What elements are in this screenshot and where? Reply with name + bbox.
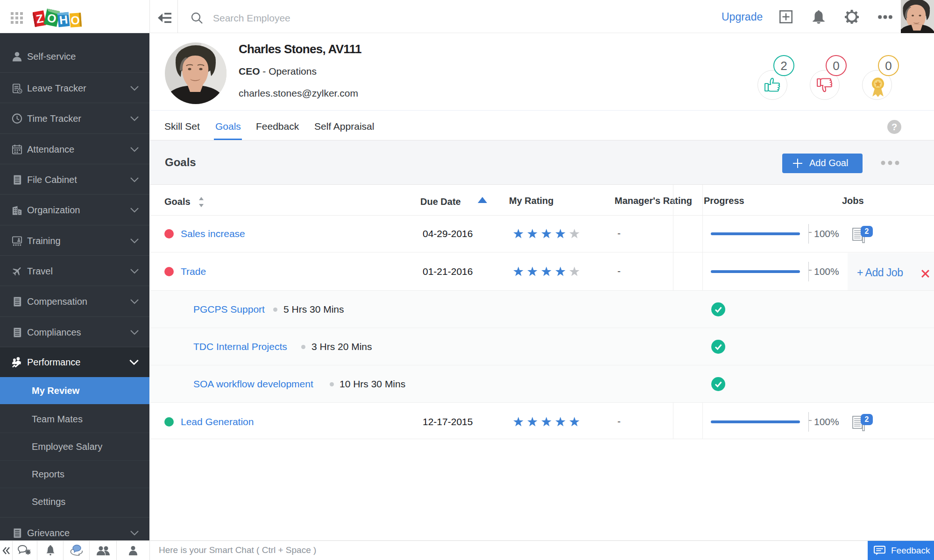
svg-text:H: H xyxy=(59,13,69,27)
svg-text:O: O xyxy=(70,13,80,27)
